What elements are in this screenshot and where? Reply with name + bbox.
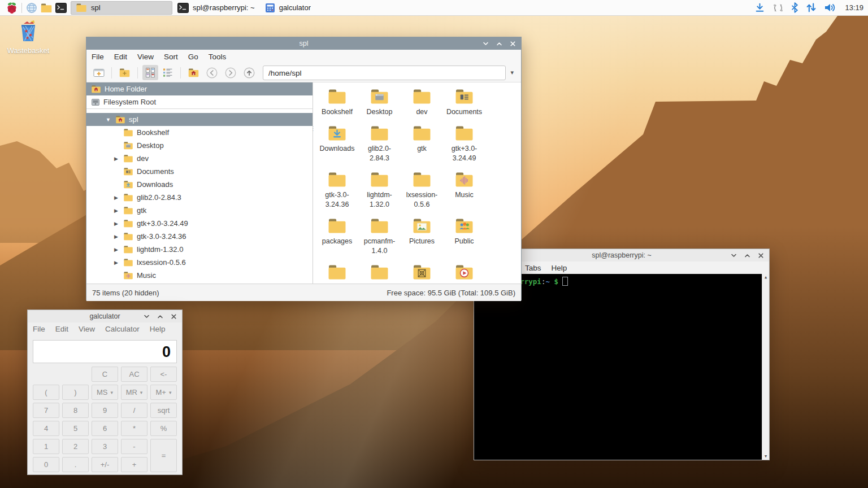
calc-button-6[interactable]: 6	[92, 421, 118, 436]
taskbar-task-galculator[interactable]: galculator	[260, 1, 316, 15]
sidebar-splitter[interactable]: ⋮	[310, 128, 316, 130]
bluetooth-tray-icon[interactable]	[791, 2, 798, 13]
file-item-dev[interactable]: dev	[401, 88, 443, 117]
calc-button--[interactable]: /	[121, 403, 147, 418]
collapse-icon[interactable]: ▼	[105, 117, 112, 123]
calc-button-+[interactable]: +	[121, 457, 147, 472]
minimize-button[interactable]	[483, 41, 489, 47]
file-manager-launcher-icon[interactable]	[39, 1, 54, 15]
file-manager-titlebar[interactable]: spl	[86, 37, 521, 50]
back-button[interactable]	[203, 64, 220, 81]
menu-view[interactable]: View	[73, 323, 100, 336]
sidebar-tree-item-desktop[interactable]: Desktop	[86, 139, 313, 152]
expand-icon[interactable]: ▶	[112, 156, 120, 162]
new-folder-button[interactable]	[116, 66, 133, 80]
calc-button-+-[interactable]: +/-	[92, 457, 118, 472]
file-item-bookshelf[interactable]: Bookshelf	[316, 88, 358, 117]
maximize-button[interactable]	[496, 41, 502, 47]
scroll-up-icon[interactable]: ▲	[765, 274, 767, 281]
network-tray-icon[interactable]	[806, 2, 817, 13]
home-button[interactable]	[185, 66, 202, 80]
calc-button-0[interactable]: 0	[33, 457, 59, 472]
calc-button-2[interactable]: 2	[62, 439, 89, 454]
maximize-button[interactable]	[744, 252, 750, 259]
calc-button-7[interactable]: 7	[33, 403, 59, 418]
sidebar-tree-item-documents[interactable]: Documents	[86, 165, 313, 178]
file-item-gtk-3-0-3-24-36[interactable]: gtk-3.0-3.24.36	[316, 171, 358, 210]
path-input[interactable]: /home/spl	[263, 66, 506, 80]
calc-button-ms[interactable]: MS▾	[92, 385, 118, 400]
taskbar-task-spl-raspberrypi-[interactable]: spl@raspberrypi: ~	[172, 1, 260, 15]
calculator-titlebar[interactable]: galculator	[28, 310, 182, 323]
calc-button-sqrt[interactable]: sqrt	[150, 403, 177, 418]
calc-button-c[interactable]: C	[92, 367, 118, 382]
menu-edit[interactable]: Edit	[50, 323, 73, 336]
sidebar-tree-item-dev[interactable]: ▶dev	[86, 152, 313, 165]
calc-button--[interactable]: <-	[150, 367, 177, 382]
file-item[interactable]	[358, 264, 401, 280]
path-dropdown-icon[interactable]: ▾	[507, 69, 517, 76]
menu-edit[interactable]: Edit	[109, 50, 132, 63]
calc-button-mr[interactable]: MR▾	[121, 385, 147, 400]
calc-button--[interactable]: -	[121, 439, 147, 454]
file-item-gtk-3-0-3-24-49[interactable]: gtk+3.0-3.24.49	[443, 125, 485, 164]
sidebar-tree-item-gtk[interactable]: ▶gtk	[86, 204, 313, 217]
file-item-downloads[interactable]: Downloads	[316, 125, 358, 164]
file-item-lightdm-1-32-0[interactable]: lightdm-1.32.0	[358, 171, 401, 210]
calc-button-5[interactable]: 5	[62, 421, 89, 436]
file-item[interactable]	[401, 264, 443, 280]
file-item-documents[interactable]: Documents	[443, 88, 485, 117]
up-button[interactable]	[241, 64, 258, 81]
expand-icon[interactable]: ▶	[112, 208, 120, 213]
maximize-button[interactable]	[157, 313, 163, 320]
terminal-scrollbar[interactable]: ▲ ▼	[762, 274, 769, 460]
menu-tools[interactable]: Tools	[203, 50, 232, 63]
file-item-public[interactable]: Public	[443, 217, 485, 256]
sidebar-tree-item-music[interactable]: Music	[86, 269, 313, 282]
expand-icon[interactable]: ▶	[112, 247, 120, 252]
calc-button--[interactable]: )	[62, 385, 89, 400]
sidebar-place-home-folder[interactable]: Home Folder	[86, 82, 313, 95]
download-tray-icon[interactable]	[754, 2, 765, 13]
scroll-down-icon[interactable]: ▼	[765, 453, 767, 460]
sidebar-tree-item-bookshelf[interactable]: Bookshelf	[86, 126, 313, 139]
file-item-desktop[interactable]: Desktop	[358, 88, 401, 117]
calc-button-ac[interactable]: AC	[121, 367, 147, 382]
menu-file[interactable]: File	[28, 323, 50, 336]
taskbar-task-spl[interactable]: spl	[71, 1, 172, 15]
file-item-gtk[interactable]: gtk	[401, 125, 443, 164]
file-item-packages[interactable]: packages	[316, 217, 358, 256]
menu-help[interactable]: Help	[145, 323, 171, 336]
sidebar-tree-item-gtk-3-0-3-24-36[interactable]: ▶gtk-3.0-3.24.36	[86, 230, 313, 243]
menu-sort[interactable]: Sort	[159, 50, 183, 63]
terminal-screen[interactable]: spl@raspberrypi:~ $ ▲ ▼	[474, 274, 769, 460]
web-browser-icon[interactable]	[24, 1, 39, 15]
wastebasket-desktop-icon[interactable]: Wastebasket	[5, 19, 52, 55]
file-item-pictures[interactable]: Pictures	[401, 217, 443, 256]
sidebar-tree-item-downloads[interactable]: Downloads	[86, 178, 313, 191]
updates-tray-icon[interactable]	[772, 2, 784, 14]
calc-button-1[interactable]: 1	[33, 439, 59, 454]
forward-button[interactable]	[222, 64, 239, 81]
file-item-lxsession-0-5-6[interactable]: lxsession-0.5.6	[401, 171, 443, 210]
calc-button-9[interactable]: 9	[92, 403, 118, 418]
sidebar-tree-item-glib2-0-2-84-3[interactable]: ▶glib2.0-2.84.3	[86, 191, 313, 204]
clock[interactable]: 13:19	[845, 3, 863, 12]
minimize-button[interactable]	[731, 252, 737, 259]
close-button[interactable]	[510, 41, 516, 47]
file-item-music[interactable]: Music	[443, 171, 485, 210]
menu-tabs[interactable]: Tabs	[520, 262, 546, 274]
menu-help[interactable]: Help	[546, 262, 572, 274]
minimize-button[interactable]	[144, 313, 150, 320]
new-tab-button[interactable]	[91, 66, 107, 80]
calc-button--[interactable]: .	[62, 457, 89, 472]
calc-button-4[interactable]: 4	[33, 421, 59, 436]
sidebar-tree-item-gtk-3-0-3-24-49[interactable]: ▶gtk+3.0-3.24.49	[86, 217, 313, 230]
menu-view[interactable]: View	[132, 50, 159, 63]
expand-icon[interactable]: ▶	[112, 260, 120, 265]
menu-raspberry-icon[interactable]	[5, 1, 19, 15]
calc-button--[interactable]: %	[150, 421, 177, 436]
volume-tray-icon[interactable]	[824, 2, 836, 13]
sidebar-place-filesystem-root[interactable]: Filesystem Root	[86, 95, 313, 108]
calc-button-3[interactable]: 3	[92, 439, 118, 454]
